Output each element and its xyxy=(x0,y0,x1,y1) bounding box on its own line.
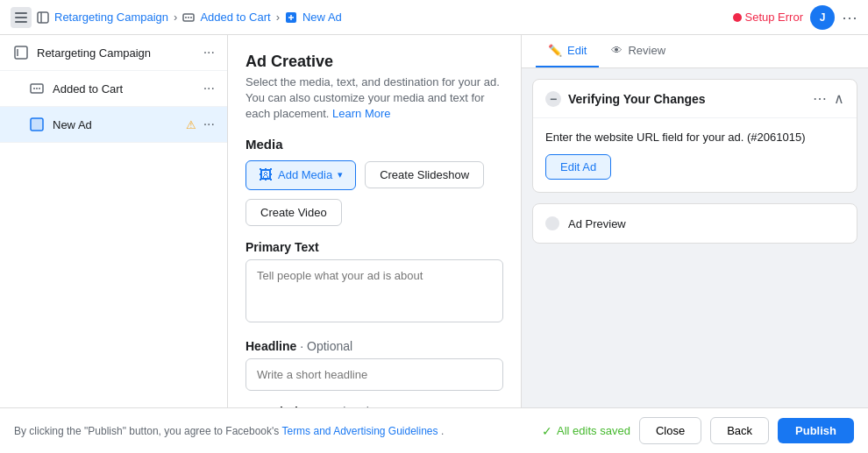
verify-card: − Verifying Your Changes ⋯ ∧ Enter the w… xyxy=(532,79,857,193)
new-ad-label: New Ad xyxy=(53,118,179,131)
preview-dot-icon xyxy=(545,216,559,230)
svg-point-7 xyxy=(188,17,189,18)
add-media-button[interactable]: 🖼 Add Media ▾ xyxy=(245,160,356,190)
publish-button[interactable]: Publish xyxy=(778,418,854,443)
retargeting-more-button[interactable]: ··· xyxy=(203,45,215,60)
svg-rect-18 xyxy=(31,118,43,131)
primary-text-input[interactable] xyxy=(245,259,503,322)
edit-pencil-icon: ✏️ xyxy=(548,44,562,57)
tab-edit[interactable]: ✏️ Edit xyxy=(536,35,599,67)
bottom-actions: ✓ All edits saved Close Back Publish xyxy=(542,417,854,444)
svg-point-15 xyxy=(33,88,35,89)
verify-description: Enter the website URL field for your ad.… xyxy=(545,131,844,144)
nav-more-button[interactable]: ⋯ xyxy=(842,8,857,27)
svg-point-8 xyxy=(190,17,192,18)
sidebar-item-added-to-cart[interactable]: Added to Cart ··· xyxy=(0,71,227,107)
sidebar: Retargeting Campaign ··· Added to Cart ·… xyxy=(0,35,228,407)
error-dot-icon xyxy=(733,13,742,22)
bottom-bar: By clicking the "Publish" button, you ag… xyxy=(0,407,868,453)
verify-more-button[interactable]: ⋯ xyxy=(813,90,827,107)
svg-rect-0 xyxy=(15,12,27,14)
svg-point-16 xyxy=(36,88,38,89)
tab-review[interactable]: 👁 Review xyxy=(599,35,678,67)
breadcrumb-retargeting[interactable]: Retargeting Campaign xyxy=(54,11,168,24)
bottom-notice: By clicking the "Publish" button, you ag… xyxy=(14,425,444,437)
saved-indicator: ✓ All edits saved xyxy=(542,424,630,438)
ad-creative-title: Ad Creative xyxy=(245,53,503,71)
retargeting-label: Retargeting Campaign xyxy=(37,46,196,60)
preview-card: Ad Preview xyxy=(532,203,857,244)
check-icon: ✓ xyxy=(542,424,552,438)
svg-rect-2 xyxy=(15,21,27,23)
create-video-button[interactable]: Create Video xyxy=(245,199,342,226)
svg-point-6 xyxy=(185,17,187,18)
minus-icon: − xyxy=(545,91,561,107)
svg-rect-12 xyxy=(15,46,27,59)
new-ad-more-button[interactable]: ··· xyxy=(203,117,215,132)
review-eye-icon: 👁 xyxy=(611,44,623,57)
verify-collapse-button[interactable]: ∧ xyxy=(834,90,844,107)
terms-link[interactable]: Terms and Advertising Guidelines xyxy=(281,425,438,437)
image-icon: 🖼 xyxy=(259,167,273,183)
verify-card-header: − Verifying Your Changes ⋯ ∧ xyxy=(533,80,857,118)
create-slideshow-button[interactable]: Create Slideshow xyxy=(365,161,484,188)
headline-label: Headline · Optional xyxy=(245,339,503,353)
edit-ad-button[interactable]: Edit Ad xyxy=(545,154,611,180)
verify-card-body: Enter the website URL field for your ad.… xyxy=(533,118,857,192)
breadcrumb-added-to-cart[interactable]: Added to Cart xyxy=(200,11,270,24)
verify-card-header-right: ⋯ ∧ xyxy=(813,90,844,107)
main-layout: Retargeting Campaign ··· Added to Cart ·… xyxy=(0,35,868,407)
primary-text-section: Primary Text xyxy=(245,240,503,325)
warning-icon: ⚠ xyxy=(186,118,196,131)
right-panel: ✏️ Edit 👁 Review − Verifying Your Change… xyxy=(522,35,868,407)
svg-point-17 xyxy=(39,88,40,89)
primary-text-label: Primary Text xyxy=(245,240,503,254)
svg-rect-1 xyxy=(15,17,27,18)
added-to-cart-label: Added to Cart xyxy=(53,82,196,96)
svg-rect-3 xyxy=(38,12,48,23)
back-button[interactable]: Back xyxy=(710,417,769,444)
headline-section: Headline · Optional xyxy=(245,339,503,391)
media-buttons-group: 🖼 Add Media ▾ Create Slideshow Create Vi… xyxy=(245,160,503,226)
dropdown-arrow-icon: ▾ xyxy=(338,169,343,180)
ad-creative-description: Select the media, text, and destination … xyxy=(245,74,503,123)
sidebar-item-new-ad[interactable]: New Ad ⚠ ··· xyxy=(0,107,227,143)
breadcrumb: Retargeting Campaign › Added to Cart › N… xyxy=(37,11,728,24)
media-section-label: Media xyxy=(245,137,503,152)
top-nav: Retargeting Campaign › Added to Cart › N… xyxy=(0,0,868,35)
breadcrumb-new-ad: New Ad xyxy=(302,11,342,24)
content-area: Ad Creative Select the media, text, and … xyxy=(228,35,868,407)
preview-label: Ad Preview xyxy=(568,217,626,230)
headline-input[interactable] xyxy=(245,358,503,391)
sidebar-toggle-icon[interactable] xyxy=(11,7,32,28)
retargeting-icon xyxy=(12,44,30,61)
avatar[interactable]: J xyxy=(810,5,835,30)
ad-creative-panel: Ad Creative Select the media, text, and … xyxy=(228,35,522,407)
learn-more-link[interactable]: Learn More xyxy=(332,107,390,120)
nav-actions: Setup Error J ⋯ xyxy=(733,5,857,30)
added-to-cart-icon xyxy=(28,80,46,97)
added-to-cart-more-button[interactable]: ··· xyxy=(203,81,215,96)
verify-title: − Verifying Your Changes xyxy=(545,91,706,107)
close-button[interactable]: Close xyxy=(639,417,701,444)
sidebar-item-retargeting[interactable]: Retargeting Campaign ··· xyxy=(0,35,227,71)
new-ad-icon xyxy=(28,116,46,133)
setup-error: Setup Error xyxy=(733,11,803,24)
edit-review-tabs: ✏️ Edit 👁 Review xyxy=(522,35,868,68)
